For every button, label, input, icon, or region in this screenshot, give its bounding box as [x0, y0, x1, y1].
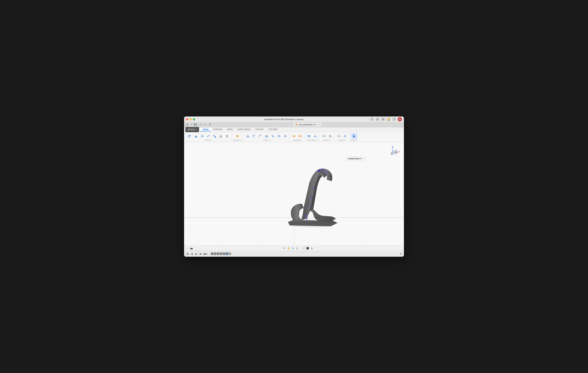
modify-group: MODIFY ▾ [244, 133, 290, 141]
viewport[interactable]: Z RIGHT CONSTRUCT > [184, 142, 404, 246]
close-button[interactable] [186, 118, 188, 120]
construct-indicator: CONSTRUCT > [346, 157, 365, 161]
svg-marker-52 [353, 135, 355, 137]
combine-tool[interactable] [276, 133, 282, 139]
timeline-end-btn[interactable]: ▶▶| [204, 252, 207, 256]
timeline-start-btn[interactable]: |◀ [185, 252, 189, 256]
saved-views-btn[interactable]: 📷 [190, 246, 193, 250]
svg-rect-8 [215, 136, 216, 137]
timeline-settings-btn[interactable]: ⚙ [399, 252, 403, 256]
svg-rect-20 [272, 136, 273, 137]
add-tab-button[interactable]: + [370, 117, 374, 121]
svg-rect-29 [285, 136, 286, 136]
tab-close-icon[interactable]: ✕ [318, 124, 319, 126]
view-cube[interactable]: Z RIGHT [389, 145, 401, 157]
timeline-marker-1[interactable] [211, 252, 213, 255]
insert-image-tool[interactable] [336, 133, 342, 139]
automate-label: AUTOMATE ▾ [233, 139, 242, 141]
sweep-tool[interactable] [205, 133, 211, 139]
automate-tool[interactable] [234, 133, 240, 139]
upload-button[interactable]: ⬆ [208, 123, 212, 127]
maximize-button[interactable] [193, 118, 195, 120]
tab-utilities[interactable]: UTILITIES [266, 128, 280, 131]
save-button[interactable]: 💾 [193, 123, 197, 127]
scale-tool[interactable] [270, 133, 276, 139]
model-svg [268, 160, 354, 245]
hole-tool[interactable] [218, 133, 224, 139]
undo-button[interactable]: ↩ [199, 123, 203, 127]
automate-group: AUTOMATE ▾ [231, 133, 244, 141]
extrude-tool[interactable] [193, 133, 199, 139]
more-create-tool[interactable] [212, 133, 218, 139]
svg-rect-42 [323, 136, 325, 137]
orbit-btn[interactable]: ↺ [282, 246, 286, 250]
chamfer-tool[interactable] [257, 133, 263, 139]
timeline-marker-5[interactable] [223, 252, 225, 255]
tab-filename: proj_steamdeck v1* [299, 124, 316, 126]
pan-btn[interactable]: ✋ [287, 246, 290, 250]
refresh-button[interactable]: ↻ [375, 117, 380, 121]
insert-mesh-tool[interactable] [342, 133, 348, 139]
timeline-next-btn[interactable]: ▶| [199, 252, 203, 256]
bottom-separator [300, 247, 300, 249]
design-caret: ▼ [196, 129, 197, 130]
shell-tool[interactable] [264, 133, 270, 139]
home-view-btn[interactable]: ⌂ [185, 246, 189, 250]
press-pull-tool[interactable] [245, 133, 251, 139]
project-tab[interactable]: 🔥 proj_steamdeck v1* ✕ [293, 123, 321, 126]
svg-point-5 [201, 135, 203, 137]
svg-point-68 [326, 172, 327, 174]
fillet-tool[interactable] [251, 133, 257, 139]
construct-plane-tool[interactable] [312, 133, 318, 139]
apps-button[interactable]: ▾ [189, 123, 193, 127]
user-button[interactable]: YL [398, 117, 402, 121]
timeline-marker-4[interactable] [220, 252, 222, 255]
title-bar: Autodesk Fusion 360 (Education License) … [184, 116, 404, 122]
create-label: CREATE ▾ [205, 139, 212, 141]
timeline-marker-7[interactable] [229, 252, 231, 255]
notification-button[interactable]: 🔔 [387, 117, 391, 121]
svg-marker-28 [286, 136, 287, 137]
svg-rect-33 [299, 135, 300, 137]
tab-mesh[interactable]: MESH [225, 128, 235, 131]
measure-tool[interactable] [321, 133, 327, 139]
window-title: Autodesk Fusion 360 (Education License) [198, 118, 370, 121]
display-mode-btn[interactable]: ⬜ [302, 246, 305, 250]
svg-line-9 [214, 136, 215, 136]
tab-surface[interactable]: SURFACE [211, 128, 225, 131]
timeline-play-btn[interactable]: ▶ [195, 252, 198, 256]
offset-plane-tool[interactable] [306, 133, 312, 139]
grid-btn[interactable]: ⊞ [310, 246, 314, 250]
joint-tool[interactable] [291, 133, 297, 139]
svg-marker-26 [285, 137, 286, 137]
visual-style-btn[interactable]: ⬛ [306, 246, 309, 250]
as-built-joint-tool[interactable] [297, 133, 303, 139]
svg-point-46 [329, 135, 331, 137]
tab-sheet-metal[interactable]: SHEET METAL [235, 128, 253, 131]
timeline-marker-6[interactable] [226, 252, 228, 255]
zoom-btn[interactable]: 🔍 [291, 246, 294, 250]
traffic-lights [186, 118, 195, 120]
modify-label: MODIFY ▾ [263, 139, 270, 141]
select-tool[interactable] [351, 133, 357, 139]
timeline-marker-2[interactable] [214, 252, 216, 255]
timeline-prev-btn[interactable]: ◀ [190, 252, 194, 256]
move-tool[interactable] [282, 133, 288, 139]
construct-group: CONSTRUCT ▾ [305, 133, 320, 141]
network-button[interactable]: ⊕ [381, 117, 385, 121]
revolve-tool[interactable] [199, 133, 205, 139]
redo-button[interactable]: ↪ [203, 123, 207, 127]
minimize-button[interactable] [189, 118, 192, 120]
tab-solid[interactable]: SOLID [200, 128, 211, 131]
tab-plastic[interactable]: PLASTIC [253, 128, 266, 131]
grid-icon-button[interactable]: ⊞ [185, 123, 189, 127]
inspect-tool[interactable] [327, 133, 333, 139]
help-button[interactable]: ? [392, 117, 396, 121]
svg-marker-77 [391, 151, 393, 155]
design-mode-button[interactable]: DESIGN ▼ [185, 127, 199, 132]
timeline-marker-3[interactable] [217, 252, 219, 255]
new-component-tool[interactable] [187, 133, 193, 139]
thread-tool[interactable] [224, 133, 230, 139]
timeline-track [211, 252, 398, 255]
fit-btn[interactable]: ⊡ [295, 246, 299, 250]
